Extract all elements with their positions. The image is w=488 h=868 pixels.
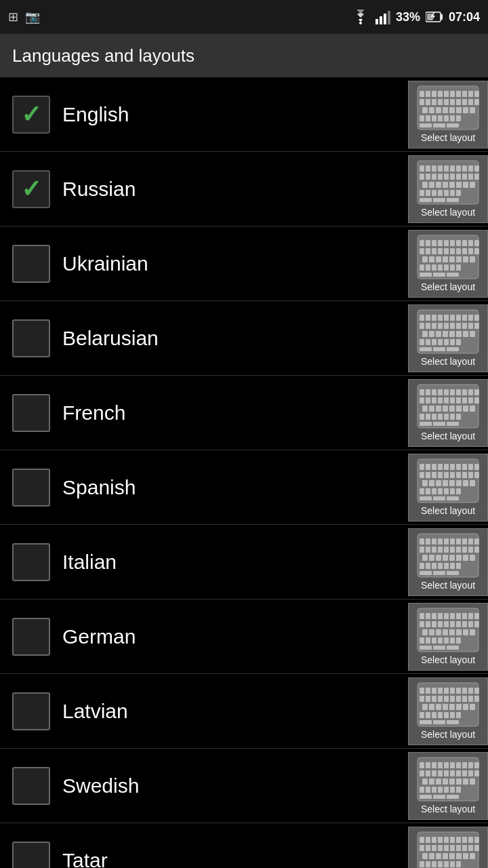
svg-rect-220 — [456, 472, 461, 478]
svg-rect-361 — [426, 762, 430, 768]
svg-rect-419 — [422, 853, 428, 859]
select-layout-btn-italian[interactable]: Select layout — [408, 528, 488, 596]
checkbox-tatar[interactable] — [12, 842, 50, 869]
svg-rect-156 — [432, 339, 436, 345]
svg-rect-138 — [432, 323, 436, 329]
checkbox-italian[interactable] — [12, 543, 50, 581]
svg-rect-219 — [450, 472, 455, 478]
language-item-ukrainian[interactable]: UkrainianSelect layout — [0, 226, 488, 301]
battery-icon — [426, 11, 443, 23]
svg-rect-332 — [426, 696, 430, 702]
checkbox-latvian[interactable] — [12, 692, 50, 730]
svg-rect-404 — [450, 837, 455, 843]
svg-rect-395 — [420, 795, 432, 799]
svg-rect-334 — [438, 696, 443, 702]
svg-rect-250 — [462, 538, 467, 545]
svg-rect-175 — [420, 397, 424, 403]
checkbox-spanish[interactable] — [12, 469, 50, 507]
select-layout-btn-tatar[interactable]: Select layout — [408, 827, 488, 869]
checkbox-ukrainian[interactable] — [12, 245, 50, 283]
checkmark-english: ✓ — [21, 102, 41, 127]
svg-rect-411 — [432, 845, 436, 851]
language-name-tatar: Tatar — [62, 849, 408, 869]
select-layout-btn-ukrainian[interactable]: Select layout — [408, 230, 488, 298]
select-layout-btn-swedish[interactable]: Select layout — [408, 752, 488, 820]
svg-rect-243 — [420, 538, 424, 545]
svg-rect-259 — [456, 547, 461, 553]
svg-rect-380 — [422, 778, 428, 785]
svg-rect-165 — [420, 389, 424, 395]
svg-rect-187 — [436, 406, 441, 412]
svg-rect-52 — [444, 165, 449, 172]
svg-rect-319 — [447, 646, 459, 650]
language-list: ✓EnglishSelect layout✓RussianSelect layo… — [0, 77, 488, 868]
svg-rect-245 — [432, 538, 436, 545]
checkbox-german[interactable] — [12, 618, 50, 656]
svg-rect-290 — [468, 613, 473, 619]
svg-rect-132 — [456, 315, 461, 321]
language-item-tatar[interactable]: TatarSelect layout — [0, 823, 488, 868]
svg-rect-149 — [443, 331, 448, 337]
select-layout-btn-spanish[interactable]: Select layout — [408, 454, 488, 521]
checkbox-belarusian[interactable] — [12, 319, 50, 357]
svg-rect-194 — [426, 414, 430, 420]
language-item-french[interactable]: FrenchSelect layout — [0, 376, 488, 450]
svg-rect-391 — [438, 787, 443, 793]
svg-rect-22 — [438, 99, 443, 105]
svg-rect-136 — [420, 323, 424, 329]
svg-rect-33 — [449, 107, 455, 113]
language-item-spanish[interactable]: SpanishSelect layout — [0, 450, 488, 525]
language-item-italian[interactable]: ItalianSelect layout — [0, 525, 488, 599]
svg-point-0 — [359, 22, 362, 24]
checkbox-english[interactable]: ✓ — [12, 96, 50, 134]
svg-rect-424 — [456, 853, 462, 859]
select-layout-btn-russian[interactable]: Select layout — [408, 155, 488, 223]
select-layout-btn-french[interactable]: Select layout — [408, 379, 488, 447]
language-name-russian: Russian — [62, 178, 408, 201]
svg-rect-153 — [470, 331, 475, 337]
svg-rect-230 — [463, 480, 468, 486]
svg-rect-336 — [450, 696, 455, 702]
svg-rect-72 — [449, 182, 455, 188]
svg-rect-87 — [420, 240, 424, 246]
select-layout-btn-german[interactable]: Select layout — [408, 603, 488, 671]
language-item-russian[interactable]: ✓RussianSelect layout — [0, 152, 488, 226]
svg-rect-113 — [463, 256, 468, 262]
language-item-swedish[interactable]: SwedishSelect layout — [0, 749, 488, 823]
svg-rect-253 — [420, 547, 424, 553]
select-layout-btn-english[interactable]: Select layout — [408, 81, 488, 149]
language-item-german[interactable]: GermanSelect layout — [0, 599, 488, 674]
svg-rect-92 — [450, 240, 455, 246]
language-item-latvian[interactable]: LatvianSelect layout — [0, 674, 488, 749]
svg-rect-126 — [420, 315, 424, 321]
svg-rect-78 — [432, 190, 436, 196]
svg-rect-110 — [443, 256, 448, 262]
language-item-english[interactable]: ✓EnglishSelect layout — [0, 77, 488, 152]
svg-rect-233 — [426, 488, 430, 494]
svg-rect-115 — [420, 264, 424, 271]
svg-rect-186 — [429, 406, 434, 412]
select-layout-btn-belarusian[interactable]: Select layout — [408, 304, 488, 372]
svg-rect-4 — [388, 11, 390, 24]
svg-rect-298 — [456, 621, 461, 627]
checkbox-swedish[interactable] — [12, 767, 50, 805]
checkbox-french[interactable] — [12, 394, 50, 432]
svg-rect-270 — [470, 555, 475, 561]
svg-rect-63 — [450, 174, 455, 180]
svg-rect-70 — [436, 182, 441, 188]
page-header: Languages and layouts — [0, 34, 488, 77]
svg-rect-190 — [456, 406, 462, 412]
svg-rect-217 — [438, 472, 443, 478]
svg-rect-71 — [443, 182, 448, 188]
language-item-belarusian[interactable]: BelarusianSelect layout — [0, 301, 488, 376]
svg-rect-163 — [447, 347, 459, 351]
svg-rect-261 — [468, 547, 473, 553]
svg-rect-327 — [456, 688, 461, 694]
svg-rect-238 — [456, 488, 461, 494]
svg-rect-188 — [443, 406, 448, 412]
svg-rect-150 — [449, 331, 455, 337]
checkbox-russian[interactable]: ✓ — [12, 170, 50, 208]
svg-rect-379 — [474, 770, 479, 776]
select-layout-btn-latvian[interactable]: Select layout — [408, 677, 488, 745]
svg-rect-330 — [474, 688, 479, 694]
